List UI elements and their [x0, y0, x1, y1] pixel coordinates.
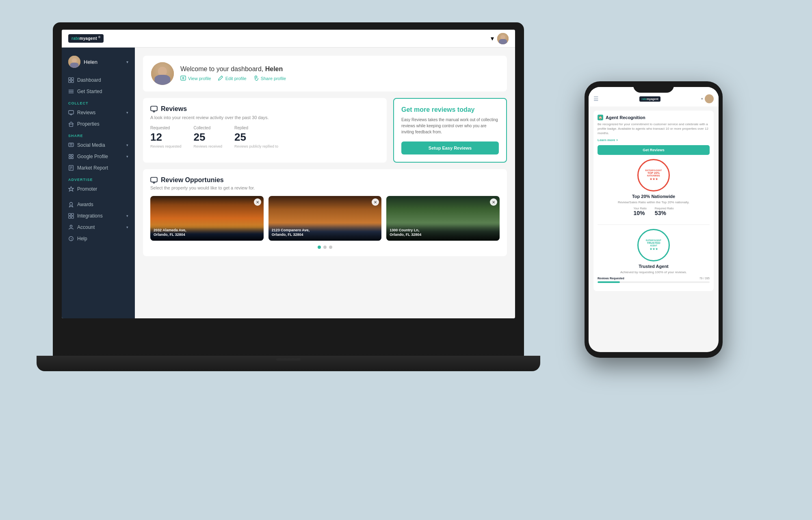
- property-overlay-2: 2123 Companero Ave, Orlando, FL 32804: [269, 225, 382, 241]
- property-address-3: 1300 Country Ln, Orlando, FL 32804: [390, 228, 496, 237]
- stat-collected-value: 25: [194, 131, 223, 144]
- get-started-label: Get Started: [77, 89, 102, 94]
- property-overlay-3: 1300 Country Ln, Orlando, FL 32804: [386, 225, 500, 241]
- sidebar-item-google-profile[interactable]: Google Profile ▾: [62, 151, 135, 162]
- phone-hamburger-icon[interactable]: ☰: [593, 96, 599, 102]
- trusted-stars: ★★★: [650, 247, 658, 251]
- section-advertise-label: ADVERTISE: [62, 174, 135, 183]
- stat-replied-value: 25: [234, 131, 278, 144]
- header-avatar[interactable]: [497, 33, 509, 44]
- google-profile-chevron: ▾: [126, 154, 128, 159]
- svg-rect-12: [69, 154, 71, 156]
- scene: ratemyagent ® ▾: [0, 0, 812, 520]
- ar-learn-more[interactable]: Learn more >: [598, 138, 710, 142]
- logo-part2: myagent: [80, 37, 97, 41]
- property-card-2[interactable]: 2123 Companero Ave, Orlando, FL 32804 ✕: [269, 196, 382, 241]
- logo-part1: rate: [71, 37, 80, 41]
- reviews-label: Reviews: [77, 110, 95, 115]
- welcome-bar: Welcome to your dashboard, Helen View pr…: [143, 56, 507, 91]
- sidebar-item-social-media[interactable]: Social Media ▾: [62, 139, 135, 151]
- share-profile-icon: [253, 75, 259, 82]
- stat-requested-label: Requested: [150, 126, 182, 130]
- edit-profile-icon: [218, 75, 223, 82]
- share-profile-text: Share profile: [261, 76, 286, 81]
- view-profile-link[interactable]: View profile: [180, 75, 211, 82]
- svg-rect-9: [69, 143, 74, 147]
- sidebar-item-market-report[interactable]: Market Report: [62, 162, 135, 174]
- sidebar-item-integrations[interactable]: Integrations ▾: [62, 210, 135, 222]
- stat-replied-desc: Reviews publicly repllied to: [234, 144, 278, 148]
- sidebar-item-help[interactable]: ? Help: [62, 233, 135, 244]
- market-report-label: Market Report: [77, 165, 108, 171]
- svg-rect-3: [71, 81, 74, 83]
- promo-text: Easy Reviews takes the manual work out o…: [401, 117, 499, 135]
- laptop-screen: ratemyagent ® ▾: [62, 30, 515, 318]
- sidebar-username: Helen: [84, 59, 123, 65]
- svg-rect-24: [69, 216, 71, 218]
- welcome-text: Welcome to your dashboard, Helen View pr…: [180, 65, 286, 82]
- section-collect-label: COLLECT: [62, 97, 135, 107]
- account-label: Account: [77, 224, 95, 230]
- property-address-2: 2123 Companero Ave, Orlando, FL 32804: [272, 228, 379, 237]
- property-close-1[interactable]: ✕: [254, 198, 261, 206]
- opp-icon: [150, 176, 158, 184]
- trusted-label: TRUSTED: [647, 242, 660, 244]
- svg-rect-1: [71, 78, 74, 80]
- property-card-3[interactable]: 1300 Country Ln, Orlando, FL 32804 ✕: [386, 196, 500, 241]
- get-reviews-button[interactable]: Get Reviews: [598, 145, 710, 155]
- property-card-1[interactable]: 2032 Alameda Ave, Orlando, FL 32804 ✕: [150, 196, 264, 241]
- welcome-links: View profile Edit profile: [180, 75, 286, 82]
- phone-avatar: [705, 94, 714, 103]
- sidebar-item-reviews[interactable]: Reviews ▾: [62, 107, 135, 118]
- reviews-card: Reviews A look into your recent review a…: [143, 98, 387, 163]
- google-profile-label: Google Profile: [77, 154, 108, 159]
- share-profile-link[interactable]: Share profile: [253, 75, 286, 82]
- sidebar-item-account[interactable]: Account ▾: [62, 222, 135, 233]
- svg-rect-2: [69, 81, 71, 83]
- integrations-icon: [68, 213, 74, 219]
- top20-title: Top 20% Nationwide: [632, 194, 675, 199]
- header-dropdown-arrow[interactable]: ▾: [491, 35, 494, 42]
- agent-recognition-card: 🏠 Agent Recognition Be recognized for yo…: [593, 111, 714, 291]
- pagination-dots: [150, 246, 500, 249]
- trusted-desc: Achieved by requesting 100% of your revi…: [620, 270, 687, 274]
- dot-3[interactable]: [329, 246, 332, 249]
- phone-screen: ☰ ratemyagent ▾ 🏠 Agent Recognition: [589, 87, 719, 352]
- phone-dropdown[interactable]: ▾: [701, 97, 703, 101]
- svg-rect-25: [71, 216, 74, 218]
- edit-profile-link[interactable]: Edit profile: [218, 75, 247, 82]
- promo-card: Get more reviews today Easy Reviews take…: [393, 98, 507, 163]
- sidebar-user[interactable]: Helen ▾: [62, 52, 135, 71]
- main-content: Welcome to your dashboard, Helen View pr…: [135, 48, 515, 318]
- welcome-avatar: [151, 62, 174, 85]
- dot-1[interactable]: [318, 246, 321, 249]
- integrations-chevron: ▾: [126, 214, 128, 218]
- laptop: ratemyagent ® ▾: [53, 22, 524, 356]
- trusted-title: Trusted Agent: [639, 264, 669, 269]
- dot-2[interactable]: [323, 246, 327, 249]
- sidebar-item-get-started[interactable]: Get Started: [62, 86, 135, 97]
- svg-rect-15: [71, 157, 73, 159]
- awards-label: Awards: [77, 202, 93, 207]
- sidebar-item-awards[interactable]: Awards: [62, 199, 135, 210]
- help-label: Help: [77, 236, 87, 242]
- reviews-requested-labels: Reviews Requested 79 / 395: [598, 277, 710, 280]
- phone-notch: [633, 81, 674, 93]
- sidebar-item-properties[interactable]: Properties: [62, 118, 135, 130]
- top20-desc: Review/Sales Ratio within the Top 20% na…: [618, 200, 689, 205]
- svg-rect-33: [151, 177, 157, 182]
- reviews-requested-row: Reviews Requested 79 / 395: [598, 277, 710, 283]
- sidebar-item-dashboard[interactable]: Dashboard: [62, 74, 135, 86]
- setup-easy-reviews-button[interactable]: Setup Easy Reviews: [401, 141, 499, 154]
- laptop-base: [37, 356, 540, 371]
- property-address-1: 2032 Alameda Ave, Orlando, FL 32804: [154, 228, 260, 237]
- stat-requested-desc: Reviews requested: [150, 144, 182, 148]
- sidebar-item-promoter[interactable]: Promoter: [62, 183, 135, 195]
- svg-point-30: [182, 77, 184, 79]
- integrations-label: Integrations: [77, 213, 103, 219]
- properties-grid: 2032 Alameda Ave, Orlando, FL 32804 ✕: [150, 196, 500, 241]
- promoter-icon: [68, 186, 74, 192]
- property-close-3[interactable]: ✕: [490, 198, 497, 206]
- svg-rect-23: [71, 213, 74, 215]
- nationwide-label: NATIONWIDE: [647, 174, 660, 177]
